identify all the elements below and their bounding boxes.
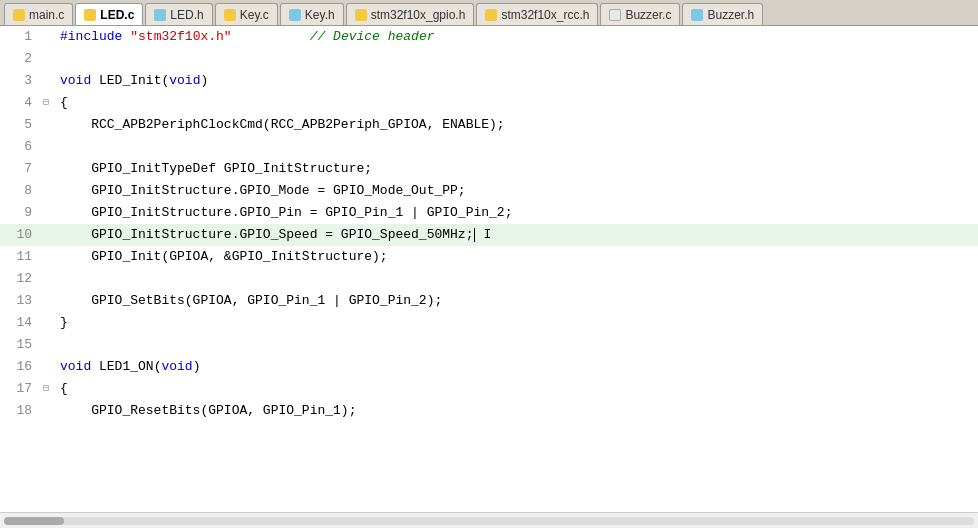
line-num-1: 1 [0, 26, 40, 48]
fold-gutter-16 [40, 356, 52, 378]
line-code-14: } [52, 312, 978, 334]
tab-stm32f10x-rcc-h[interactable]: stm32f10x_rcc.h [476, 3, 598, 25]
line-row-2: 2 [0, 48, 978, 70]
fold-gutter-15 [40, 334, 52, 356]
line-row-18: 18 GPIO_ResetBits(GPIOA, GPIO_Pin_1); [0, 400, 978, 422]
fold-gutter-2 [40, 48, 52, 70]
line-num-13: 13 [0, 290, 40, 312]
tab-icon-key-h [289, 9, 301, 21]
scrollbar-area[interactable] [0, 512, 978, 528]
keyword: void [161, 359, 192, 374]
line-code-5: RCC_APB2PeriphClockCmd(RCC_APB2Periph_GP… [52, 114, 978, 136]
fold-gutter-18 [40, 400, 52, 422]
line-num-12: 12 [0, 268, 40, 290]
line-num-2: 2 [0, 48, 40, 70]
tab-buzzer-h[interactable]: Buzzer.h [682, 3, 763, 25]
code-text: GPIO_InitTypeDef GPIO_InitStructure; [60, 161, 372, 176]
tab-label-buzzer-c: Buzzer.c [625, 8, 671, 22]
fold-gutter-11 [40, 246, 52, 268]
line-num-11: 11 [0, 246, 40, 268]
code-text [232, 29, 310, 44]
tab-bar: main.cLED.cLED.hKey.cKey.hstm32f10x_gpio… [0, 0, 978, 26]
line-num-7: 7 [0, 158, 40, 180]
line-code-2 [52, 48, 978, 70]
line-code-10: GPIO_InitStructure.GPIO_Speed = GPIO_Spe… [52, 224, 978, 246]
code-text: LED1_ON( [91, 359, 161, 374]
keyword: void [60, 359, 91, 374]
line-code-12 [52, 268, 978, 290]
code-text: ) [193, 359, 201, 374]
line-row-13: 13 GPIO_SetBits(GPIOA, GPIO_Pin_1 | GPIO… [0, 290, 978, 312]
line-num-15: 15 [0, 334, 40, 356]
line-row-14: 14} [0, 312, 978, 334]
line-code-17: { [52, 378, 978, 400]
fold-gutter-13 [40, 290, 52, 312]
line-row-6: 6 [0, 136, 978, 158]
code-text: { [60, 381, 68, 396]
scroll-track[interactable] [4, 517, 974, 525]
string: "stm32f10x.h" [130, 29, 231, 44]
tab-label-led-c: LED.c [100, 8, 134, 22]
code-text: GPIO_InitStructure.GPIO_Pin = GPIO_Pin_1… [60, 205, 512, 220]
tab-led-h[interactable]: LED.h [145, 3, 212, 25]
tab-icon-buzzer-h [691, 9, 703, 21]
line-num-4: 4 [0, 92, 40, 114]
ibeam: I [483, 227, 491, 242]
line-num-5: 5 [0, 114, 40, 136]
tab-icon-key-c [224, 9, 236, 21]
fold-gutter-17[interactable]: ⊟ [40, 378, 52, 400]
code-text: GPIO_InitStructure.GPIO_Speed = GPIO_Spe… [60, 227, 473, 242]
line-num-18: 18 [0, 400, 40, 422]
fold-gutter-12 [40, 268, 52, 290]
tab-label-key-h: Key.h [305, 8, 335, 22]
line-row-1: 1#include "stm32f10x.h" // Device header [0, 26, 978, 48]
line-code-18: GPIO_ResetBits(GPIOA, GPIO_Pin_1); [52, 400, 978, 422]
line-num-3: 3 [0, 70, 40, 92]
tab-label-led-h: LED.h [170, 8, 203, 22]
tab-icon-stm32f10x-gpio-h [355, 9, 367, 21]
line-row-11: 11 GPIO_Init(GPIOA, &GPIO_InitStructure)… [0, 246, 978, 268]
tab-buzzer-c[interactable]: Buzzer.c [600, 3, 680, 25]
tab-stm32f10x-gpio-h[interactable]: stm32f10x_gpio.h [346, 3, 475, 25]
fold-gutter-7 [40, 158, 52, 180]
code-text: GPIO_SetBits(GPIOA, GPIO_Pin_1 | GPIO_Pi… [60, 293, 442, 308]
fold-gutter-1 [40, 26, 52, 48]
line-code-8: GPIO_InitStructure.GPIO_Mode = GPIO_Mode… [52, 180, 978, 202]
text-cursor [474, 228, 475, 242]
line-code-15 [52, 334, 978, 356]
code-text: { [60, 95, 68, 110]
tab-main-c[interactable]: main.c [4, 3, 73, 25]
fold-gutter-8 [40, 180, 52, 202]
line-row-16: 16void LED1_ON(void) [0, 356, 978, 378]
keyword: void [169, 73, 200, 88]
code-text: } [60, 315, 68, 330]
code-text: GPIO_ResetBits(GPIOA, GPIO_Pin_1); [60, 403, 356, 418]
line-num-6: 6 [0, 136, 40, 158]
tab-key-c[interactable]: Key.c [215, 3, 278, 25]
tab-led-c[interactable]: LED.c [75, 3, 143, 25]
code-text: GPIO_InitStructure.GPIO_Mode = GPIO_Mode… [60, 183, 466, 198]
tab-label-stm32f10x-gpio-h: stm32f10x_gpio.h [371, 8, 466, 22]
code-editor: 1#include "stm32f10x.h" // Device header… [0, 26, 978, 512]
tab-key-h[interactable]: Key.h [280, 3, 344, 25]
line-num-10: 10 [0, 224, 40, 246]
tab-label-main-c: main.c [29, 8, 64, 22]
line-row-5: 5 RCC_APB2PeriphClockCmd(RCC_APB2Periph_… [0, 114, 978, 136]
line-code-13: GPIO_SetBits(GPIOA, GPIO_Pin_1 | GPIO_Pi… [52, 290, 978, 312]
tab-icon-stm32f10x-rcc-h [485, 9, 497, 21]
tab-icon-main-c [13, 9, 25, 21]
line-code-1: #include "stm32f10x.h" // Device header [52, 26, 978, 48]
line-row-10: 10 GPIO_InitStructure.GPIO_Speed = GPIO_… [0, 224, 978, 246]
line-code-9: GPIO_InitStructure.GPIO_Pin = GPIO_Pin_1… [52, 202, 978, 224]
code-table: 1#include "stm32f10x.h" // Device header… [0, 26, 978, 422]
scroll-thumb[interactable] [4, 517, 64, 525]
line-code-6 [52, 136, 978, 158]
fold-gutter-4[interactable]: ⊟ [40, 92, 52, 114]
line-num-8: 8 [0, 180, 40, 202]
keyword: #include [60, 29, 122, 44]
tab-label-stm32f10x-rcc-h: stm32f10x_rcc.h [501, 8, 589, 22]
tab-icon-buzzer-c [609, 9, 621, 21]
line-row-4: 4⊟{ [0, 92, 978, 114]
line-row-9: 9 GPIO_InitStructure.GPIO_Pin = GPIO_Pin… [0, 202, 978, 224]
tab-label-key-c: Key.c [240, 8, 269, 22]
